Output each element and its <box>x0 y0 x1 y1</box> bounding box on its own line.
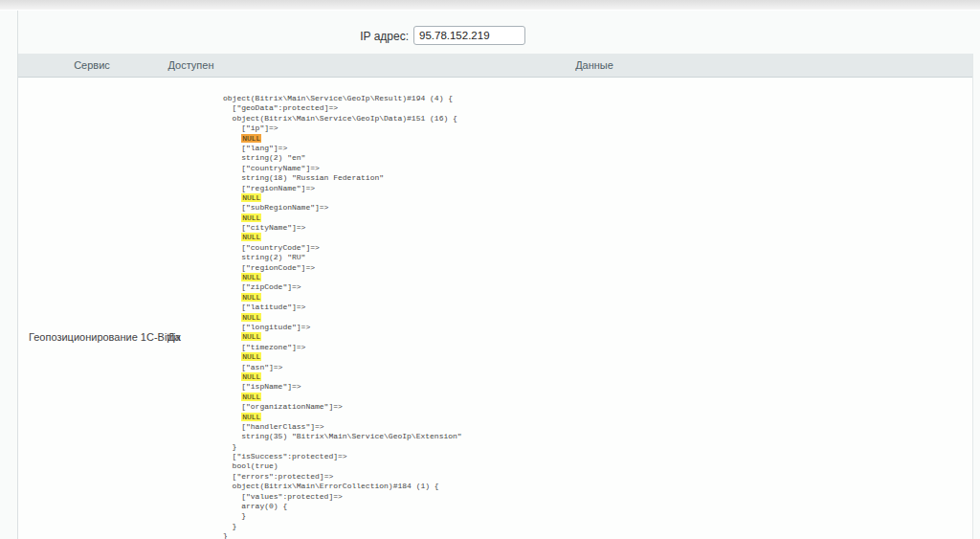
dump-line: object(Bitrix\Main\ErrorCollection)#184 … <box>223 482 462 491</box>
null-highlight-yellow: NULL <box>241 393 261 401</box>
dump-line: ["subRegionName"]=> <box>223 203 462 213</box>
dump-line: NULL <box>223 134 462 144</box>
dump-line: object(Bitrix\Main\Service\GeoIp\Result)… <box>223 94 462 103</box>
dump-line: ["countryName"]=> <box>223 164 462 173</box>
dump-line: } <box>223 442 462 452</box>
dump-line: } <box>223 531 462 539</box>
column-header-data: Данные <box>216 54 972 77</box>
dump-line: NULL <box>223 213 462 223</box>
dump-line: ["errors":protected]=> <box>223 472 462 482</box>
dump-line: ["regionCode"]=> <box>223 263 462 273</box>
ip-address-label: IP адрес: <box>249 30 409 43</box>
table-right-border <box>972 54 973 539</box>
null-highlight-yellow: NULL <box>241 273 261 281</box>
dump-line: string(2) "en" <box>223 153 462 163</box>
null-highlight-orange: NULL <box>241 134 261 143</box>
null-highlight-yellow: NULL <box>241 332 261 341</box>
dump-line: NULL <box>223 332 462 342</box>
dump-line: ["regionName"]=> <box>223 184 462 193</box>
dump-line: ["values":protected]=> <box>223 492 462 502</box>
dump-line: array(0) { <box>223 502 462 511</box>
service-name-cell: Геопозиционирование 1C-Bitrix <box>29 331 181 343</box>
top-divider-bar <box>0 0 980 11</box>
null-highlight-yellow: NULL <box>241 233 261 241</box>
null-highlight-yellow: NULL <box>241 293 261 302</box>
dump-line: NULL <box>223 313 462 323</box>
dump-line: } <box>223 511 462 521</box>
column-header-available: Доступен <box>166 54 216 77</box>
dump-line: string(35) "Bitrix\Main\Service\GeoIp\Ex… <box>223 432 462 441</box>
null-highlight-yellow: NULL <box>241 352 261 361</box>
null-highlight-yellow: NULL <box>241 372 261 381</box>
table-body: Геопозиционирование 1C-Bitrix Да object(… <box>18 79 972 539</box>
dump-line: NULL <box>223 193 462 203</box>
dump-line: ["isSuccess":protected]=> <box>223 452 462 461</box>
dump-line: ["handlerClass"]=> <box>223 422 462 432</box>
dump-line: object(Bitrix\Main\Service\GeoIp\Data)#1… <box>223 114 462 124</box>
dump-line: ["cityName"]=> <box>223 223 462 233</box>
dump-line: } <box>223 522 462 531</box>
service-available-cell: Да <box>167 331 181 343</box>
dump-line: ["geoData":protected]=> <box>223 103 462 113</box>
dump-line: NULL <box>223 352 462 362</box>
null-highlight-yellow: NULL <box>241 413 261 421</box>
dump-line: ["zipCode"]=> <box>223 282 462 292</box>
ip-address-input[interactable] <box>413 26 525 45</box>
dump-line: NULL <box>223 273 462 282</box>
dump-line: ["latitude"]=> <box>223 303 462 312</box>
dump-line: ["ip"]=> <box>223 124 462 133</box>
dump-line: NULL <box>223 233 462 242</box>
dump-line: ["organizationName"]=> <box>223 402 462 412</box>
null-highlight-yellow: NULL <box>241 213 261 222</box>
null-highlight-yellow: NULL <box>241 193 261 202</box>
column-header-service: Сервис <box>18 54 166 77</box>
table-header-row: Сервис Доступен Данные <box>18 54 972 78</box>
dump-line: bool(true) <box>223 461 462 471</box>
dump-line: NULL <box>223 393 462 402</box>
dump-line: NULL <box>223 293 462 303</box>
dump-line: NULL <box>223 372 462 382</box>
dump-line: ["countryCode"]=> <box>223 243 462 253</box>
dump-line: string(2) "RU" <box>223 253 462 262</box>
dump-line: ["ispName"]=> <box>223 382 462 392</box>
dump-line: ["lang"]=> <box>223 144 462 153</box>
dump-line: NULL <box>223 413 462 422</box>
var-dump: object(Bitrix\Main\Service\GeoIp\Result)… <box>223 94 462 539</box>
dump-line: ["timezone"]=> <box>223 343 462 352</box>
dump-line: ["asn"]=> <box>223 363 462 372</box>
dump-line: ["longitude"]=> <box>223 323 462 332</box>
dump-line: string(18) "Russian Federation" <box>223 173 462 183</box>
null-highlight-yellow: NULL <box>241 313 261 322</box>
